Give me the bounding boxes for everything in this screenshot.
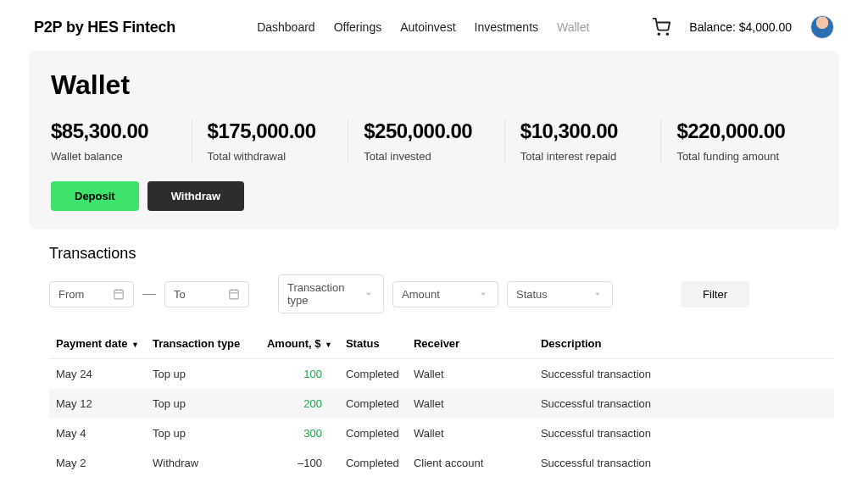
withdraw-button[interactable]: Withdraw: [147, 181, 244, 211]
cell-status: Completed: [339, 418, 407, 448]
top-bar: P2P by HES Fintech Dashboard Offerings A…: [0, 0, 868, 51]
svg-rect-2: [114, 290, 124, 299]
cell-description: Successful transaction: [534, 359, 834, 390]
amount-select[interactable]: Amount: [392, 281, 498, 307]
cell-description: Successful transaction: [534, 389, 834, 418]
cell-amount: 200: [260, 389, 339, 418]
svg-rect-6: [230, 290, 239, 299]
stat-value: $85,300.00: [51, 119, 176, 143]
cell-type: Top up: [146, 418, 260, 448]
stat-label: Total withdrawal: [208, 150, 333, 163]
stat-label: Total interest repaid: [520, 150, 646, 163]
header-right: Balance: $4,000.00: [652, 15, 834, 39]
table-row[interactable]: May 2Withdraw–100CompletedClient account…: [49, 448, 834, 478]
col-receiver: Receiver: [407, 329, 534, 359]
cell-receiver: Client account: [407, 448, 534, 478]
stat-label: Wallet balance: [51, 150, 176, 163]
cell-amount: 300: [260, 418, 339, 448]
stat-withdrawal: $175,000.00 Total withdrawal: [192, 119, 349, 163]
select-label: Status: [516, 288, 548, 301]
col-transaction-type: Transaction type: [146, 329, 260, 359]
col-status: Status: [339, 329, 407, 359]
cell-date: May 4: [49, 418, 146, 448]
cell-status: Completed: [339, 389, 407, 418]
cell-description: Successful transaction: [534, 448, 834, 478]
chevron-down-icon: [592, 288, 604, 300]
col-payment-date[interactable]: Payment date ▼: [49, 329, 146, 359]
cell-status: Completed: [339, 359, 407, 390]
page-title: Wallet: [51, 69, 817, 101]
stat-label: Total funding amount: [676, 150, 802, 163]
from-date-input[interactable]: From: [49, 281, 134, 307]
filter-row: From — To Transaction type Amount Status: [49, 274, 834, 313]
nav-dashboard[interactable]: Dashboard: [257, 20, 315, 34]
stat-label: Total invested: [364, 150, 489, 163]
stat-interest: $10,300.00 Total interest repaid: [505, 119, 662, 163]
stat-value: $10,300.00: [520, 119, 646, 143]
col-amount[interactable]: Amount, $ ▼: [260, 329, 339, 359]
transactions-section: Transactions From — To Transaction type …: [0, 230, 868, 478]
stat-value: $175,000.00: [208, 119, 333, 143]
select-label: Amount: [402, 288, 440, 301]
cell-date: May 2: [49, 448, 146, 478]
stat-value: $250,000.00: [364, 119, 489, 143]
table-row[interactable]: May 4Top up300CompletedWalletSuccessful …: [49, 418, 834, 448]
date-range-separator: —: [142, 286, 156, 302]
transactions-table: Payment date ▼ Transaction type Amount, …: [49, 329, 834, 478]
cell-date: May 12: [49, 389, 146, 418]
table-row[interactable]: May 24Top up100CompletedWalletSuccessful…: [49, 359, 834, 390]
stat-invested: $250,000.00 Total invested: [348, 119, 505, 163]
cell-type: Top up: [146, 389, 260, 418]
cell-receiver: Wallet: [407, 418, 534, 448]
cell-date: May 24: [49, 359, 146, 390]
cell-type: Withdraw: [146, 448, 260, 478]
wallet-actions: Deposit Withdraw: [51, 181, 817, 211]
to-placeholder: To: [174, 288, 186, 301]
filter-button[interactable]: Filter: [681, 281, 749, 307]
transactions-title: Transactions: [49, 245, 834, 263]
nav-wallet[interactable]: Wallet: [557, 20, 589, 34]
status-select[interactable]: Status: [507, 281, 613, 307]
svg-point-1: [667, 33, 669, 35]
transaction-type-select[interactable]: Transaction type: [278, 274, 384, 313]
stats-row: $85,300.00 Wallet balance $175,000.00 To…: [51, 119, 817, 163]
calendar-icon: [113, 288, 125, 300]
to-date-input[interactable]: To: [164, 281, 249, 307]
main-nav: Dashboard Offerings Autoinvest Investmen…: [257, 20, 589, 34]
nav-autoinvest[interactable]: Autoinvest: [400, 20, 455, 34]
stat-value: $220,000.00: [676, 119, 802, 143]
stat-balance: $85,300.00 Wallet balance: [51, 119, 192, 163]
nav-offerings[interactable]: Offerings: [334, 20, 382, 34]
chevron-down-icon: [363, 288, 375, 300]
cell-amount: –100: [260, 448, 339, 478]
select-label: Transaction type: [287, 281, 358, 307]
brand-logo: P2P by HES Fintech: [34, 19, 175, 36]
sort-desc-icon: ▼: [130, 341, 139, 349]
table-header-row: Payment date ▼ Transaction type Amount, …: [49, 329, 834, 359]
col-description: Description: [534, 329, 834, 359]
table-row[interactable]: May 12Top up200CompletedWalletSuccessful…: [49, 389, 834, 418]
calendar-icon: [228, 288, 240, 300]
cell-description: Successful transaction: [534, 418, 834, 448]
cell-status: Completed: [339, 448, 407, 478]
chevron-down-icon: [477, 288, 489, 300]
sort-desc-icon: ▼: [323, 341, 332, 349]
deposit-button[interactable]: Deposit: [51, 181, 139, 211]
wallet-panel: Wallet $85,300.00 Wallet balance $175,00…: [29, 51, 839, 230]
stat-funding: $220,000.00 Total funding amount: [661, 119, 817, 163]
from-placeholder: From: [58, 288, 84, 301]
cell-amount: 100: [260, 359, 339, 390]
cell-type: Top up: [146, 359, 260, 390]
avatar[interactable]: [810, 15, 834, 39]
app-frame: P2P by HES Fintech Dashboard Offerings A…: [0, 0, 868, 482]
cart-icon[interactable]: [652, 18, 670, 36]
svg-point-0: [659, 33, 660, 35]
nav-investments[interactable]: Investments: [475, 20, 538, 34]
cell-receiver: Wallet: [407, 359, 534, 390]
balance-text: Balance: $4,000.00: [689, 20, 792, 34]
cell-receiver: Wallet: [407, 389, 534, 418]
